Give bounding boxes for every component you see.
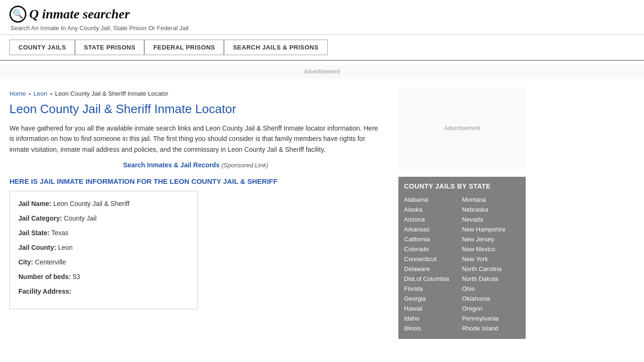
state-link-new-mexico[interactable]: New Mexico xyxy=(462,244,520,254)
jail-address-label: Facility Address: xyxy=(18,288,71,295)
jail-category-field: Jail Category: County Jail xyxy=(18,214,189,223)
sidebar-ad: Advertisement xyxy=(398,87,526,169)
jail-name-value: Leon County Jail & Sheriff xyxy=(53,200,130,207)
state-link-oklahoma[interactable]: Oklahoma xyxy=(462,294,520,304)
state-link-new-hampshire[interactable]: New Hampshire xyxy=(462,224,520,234)
jail-county-label: Jail County: xyxy=(18,244,56,251)
jail-city-label: City: xyxy=(18,258,33,266)
state-link-colorado[interactable]: Colorado xyxy=(404,244,462,254)
breadcrumb: Home • Leon • Leon County Jail & Sheriff… xyxy=(9,90,382,97)
state-link-rhode-island[interactable]: Rhode Island xyxy=(462,323,520,333)
jail-county-value: Leon xyxy=(58,244,73,251)
state-link-idaho[interactable]: Idaho xyxy=(404,313,462,323)
state-link-connecticut[interactable]: Connecticut xyxy=(404,254,462,264)
jail-category-value: County Jail xyxy=(64,214,96,222)
state-link-georgia[interactable]: Georgia xyxy=(404,294,462,304)
sponsored-link[interactable]: Search Inmates & Jail Records xyxy=(123,161,220,169)
nav-federal-prisons[interactable]: FEDERAL PRISONS xyxy=(144,40,224,55)
breadcrumb-sep1: • xyxy=(29,91,32,97)
jail-beds-field: Number of beds: 53 xyxy=(18,272,189,282)
state-link-nevada[interactable]: Nevada xyxy=(462,214,520,224)
breadcrumb-current: Leon County Jail & Sheriff Inmate Locato… xyxy=(55,90,168,97)
state-link-florida[interactable]: Florida xyxy=(404,284,462,294)
state-link-pennsylvania[interactable]: Pennsylvania xyxy=(462,313,520,323)
top-ad-banner: Advertisement xyxy=(0,65,644,79)
jail-beds-value: 53 xyxy=(73,273,80,280)
county-by-state-title: COUNTY JAILS BY STATE xyxy=(404,182,520,190)
breadcrumb-home[interactable]: Home xyxy=(9,90,26,97)
jail-city-value: Centerville xyxy=(35,258,66,266)
jail-category-label: Jail Category: xyxy=(18,214,62,222)
page-title: Leon County Jail & Sheriff Inmate Locato… xyxy=(9,102,382,116)
state-link-new-jersey[interactable]: New Jersey xyxy=(462,234,520,244)
state-link-delaware[interactable]: Delaware xyxy=(404,264,462,274)
jail-name-label: Jail Name: xyxy=(18,200,51,207)
sponsored-link-container: Search Inmates & Jail Records (Sponsored… xyxy=(9,161,382,169)
state-link-new-york[interactable]: New York xyxy=(462,254,520,264)
state-col-left: Alabama Alaska Arizona Arkansas Californ… xyxy=(404,195,462,333)
nav-state-prisons[interactable]: STATE PRISONS xyxy=(75,40,144,55)
state-link-alaska[interactable]: Alaska xyxy=(404,205,462,214)
jail-city-field: City: Centerville xyxy=(18,257,189,267)
main-content: Home • Leon • Leon County Jail & Sheriff… xyxy=(0,82,391,344)
sponsor-note: (Sponsored Link) xyxy=(222,162,268,169)
state-link-oregon[interactable]: Oregon xyxy=(462,304,520,313)
jail-state-field: Jail State: Texas xyxy=(18,228,189,238)
nav-search-jails[interactable]: SEARCH JAILS & PRISONS xyxy=(224,40,327,55)
state-link-montana[interactable]: Montana xyxy=(462,195,520,205)
state-link-california[interactable]: California xyxy=(404,234,462,244)
jail-name-field: Jail Name: Leon County Jail & Sheriff xyxy=(18,199,189,209)
jail-state-value: Texas xyxy=(51,229,69,237)
site-header: 🔍 Q inmate searcher Search An Inmate In … xyxy=(0,0,644,35)
jail-county-field: Jail County: Leon xyxy=(18,243,189,253)
state-link-arizona[interactable]: Arizona xyxy=(404,214,462,224)
site-tagline: Search An Inmate In Any County Jail, Sta… xyxy=(10,25,635,32)
page-description: We have gathered for you all the availab… xyxy=(9,123,382,155)
jail-beds-label: Number of beds: xyxy=(18,273,71,280)
state-link-nebraska[interactable]: Nebraska xyxy=(462,205,520,214)
nav-county-jails[interactable]: COUNTY JAILS xyxy=(9,40,75,55)
jail-info-card: Jail Name: Leon County Jail & Sheriff Ja… xyxy=(9,191,198,309)
jail-state-label: Jail State: xyxy=(18,229,50,237)
state-link-north-carolina[interactable]: North Carolina xyxy=(462,264,520,274)
jail-address-field: Facility Address: xyxy=(18,287,189,296)
main-nav: COUNTY JAILS STATE PRISONS FEDERAL PRISO… xyxy=(0,35,644,61)
state-columns: Alabama Alaska Arizona Arkansas Californ… xyxy=(404,195,520,333)
state-link-hawaii[interactable]: Hawaii xyxy=(404,304,462,313)
breadcrumb-parent[interactable]: Leon xyxy=(33,90,47,97)
breadcrumb-sep2: • xyxy=(50,91,54,97)
sidebar: Advertisement COUNTY JAILS BY STATE Alab… xyxy=(391,82,533,344)
state-link-arkansas[interactable]: Arkansas xyxy=(404,224,462,234)
state-link-alabama[interactable]: Alabama xyxy=(404,195,462,205)
info-heading: HERE IS JAIL INMATE INFORMATION FOR THE … xyxy=(9,177,382,185)
state-col-right: Montana Nebraska Nevada New Hampshire Ne… xyxy=(462,195,520,333)
logo-text: Q inmate searcher xyxy=(29,7,130,22)
state-link-dc[interactable]: Dist.of Columbia xyxy=(404,274,462,284)
state-link-illinois[interactable]: Illinois xyxy=(404,323,462,333)
logo-icon: 🔍 xyxy=(9,6,26,23)
county-by-state-box: COUNTY JAILS BY STATE Alabama Alaska Ari… xyxy=(398,177,526,339)
state-link-ohio[interactable]: Ohio xyxy=(462,284,520,294)
state-link-north-dakota[interactable]: North Dakota xyxy=(462,274,520,284)
